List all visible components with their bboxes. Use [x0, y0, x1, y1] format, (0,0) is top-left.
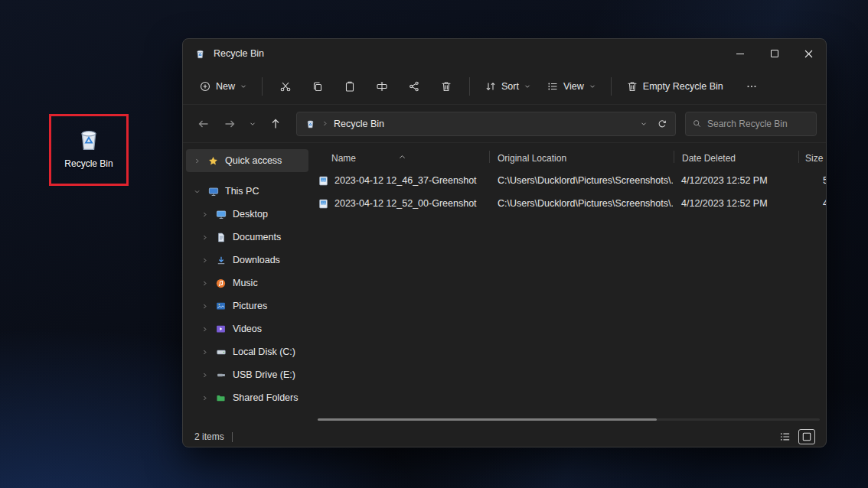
empty-recycle-bin-button[interactable]: Empty Recycle Bin — [619, 75, 730, 98]
sidebar-item-usb-drive-e[interactable]: USB Drive (E:) — [186, 363, 308, 386]
chevron-right-icon[interactable] — [200, 349, 209, 356]
sidebar-item-label: Desktop — [233, 209, 268, 220]
file-size: 4 — [797, 198, 826, 209]
chevron-down-icon[interactable] — [192, 188, 201, 195]
chevron-right-icon[interactable] — [200, 257, 209, 264]
chevron-down-icon — [589, 83, 596, 90]
sort-button[interactable]: Sort — [478, 75, 538, 98]
chevron-down-icon — [249, 120, 256, 128]
new-button[interactable]: New — [192, 75, 254, 98]
horizontal-scrollbar[interactable] — [318, 418, 820, 421]
column-header-date-deleted[interactable]: Date Deleted — [674, 153, 798, 164]
recent-locations-button[interactable] — [244, 112, 261, 135]
chevron-right-icon[interactable] — [200, 395, 209, 402]
cut-button[interactable] — [270, 75, 301, 98]
sidebar-item-videos[interactable]: Videos — [186, 317, 308, 340]
image-file-icon — [318, 198, 329, 210]
maximize-icon — [771, 50, 778, 57]
close-icon — [804, 50, 813, 58]
cut-icon — [279, 80, 292, 93]
desktop: Recycle Bin Recycle Bin — [0, 0, 868, 488]
sidebar-item-quick-access[interactable]: Quick access — [186, 149, 308, 172]
toolbar-divider — [469, 77, 470, 96]
column-header-name[interactable]: Name — [312, 153, 489, 164]
trash-icon — [440, 80, 452, 93]
command-bar: New — [183, 68, 826, 105]
plus-circle-icon — [199, 80, 211, 93]
share-button[interactable] — [399, 75, 429, 98]
shared-folder-icon — [214, 393, 227, 403]
image-file-icon — [318, 175, 329, 187]
chevron-right-icon[interactable] — [200, 280, 209, 287]
sidebar-item-label: USB Drive (E:) — [233, 369, 295, 380]
large-icons-view-button[interactable] — [799, 430, 814, 444]
title-bar[interactable]: Recycle Bin — [183, 39, 826, 68]
file-row[interactable]: 2023-04-12 12_52_00-Greenshot C:\Users\D… — [312, 192, 826, 215]
view-button-label: View — [563, 81, 584, 92]
file-original-location: C:\Users\Ducklord\Pictures\Screenshots\.… — [489, 175, 673, 186]
sidebar-item-downloads[interactable]: Downloads — [186, 249, 308, 272]
chevron-right-icon[interactable] — [200, 372, 209, 379]
back-button[interactable] — [192, 112, 215, 135]
horizontal-scrollbar-thumb[interactable] — [318, 418, 657, 421]
search-input[interactable] — [707, 119, 810, 129]
column-header-size[interactable]: Size — [799, 153, 826, 164]
videos-icon — [214, 324, 227, 334]
chevron-right-icon[interactable] — [200, 326, 209, 333]
address-dropdown-button[interactable] — [640, 120, 648, 128]
sidebar-item-desktop[interactable]: Desktop — [186, 203, 308, 226]
address-bar[interactable]: Recycle Bin — [296, 112, 676, 136]
sort-ascending-icon — [399, 155, 406, 159]
view-icon — [547, 80, 559, 93]
minimize-button[interactable] — [723, 39, 757, 68]
sidebar-item-music[interactable]: Music — [186, 272, 308, 294]
sidebar-item-shared-folders[interactable]: Shared Folders — [186, 386, 308, 409]
sidebar-item-this-pc[interactable]: This PC — [186, 180, 308, 203]
desktop-icon-label: Recycle Bin — [64, 158, 113, 169]
delete-button[interactable] — [431, 75, 462, 98]
up-button[interactable] — [264, 112, 287, 135]
rename-icon — [376, 80, 388, 93]
breadcrumb[interactable]: Recycle Bin — [334, 119, 384, 129]
sidebar-item-label: Pictures — [233, 301, 267, 311]
search-icon — [692, 119, 702, 129]
sidebar-item-label: Shared Folders — [233, 392, 298, 403]
close-button[interactable] — [791, 39, 826, 68]
status-divider — [232, 432, 233, 442]
maximize-button[interactable] — [757, 39, 791, 68]
sidebar-item-label: Downloads — [233, 255, 280, 265]
sidebar: Quick access This PC Desktop Documents — [183, 143, 312, 427]
column-header-label: Original Location — [498, 153, 566, 164]
chevron-down-icon — [524, 83, 531, 90]
refresh-button[interactable] — [657, 119, 667, 129]
sidebar-item-documents[interactable]: Documents — [186, 226, 308, 249]
chevron-right-icon[interactable] — [192, 158, 201, 164]
chevron-right-icon[interactable] — [200, 234, 209, 241]
desktop-recycle-bin-icon[interactable]: Recycle Bin — [49, 114, 129, 186]
view-button[interactable]: View — [540, 75, 603, 98]
music-icon — [214, 278, 227, 289]
search-box[interactable] — [685, 112, 817, 136]
more-options-button[interactable] — [736, 75, 767, 98]
sidebar-item-local-disk-c[interactable]: Local Disk (C:) — [186, 340, 308, 363]
window-title: Recycle Bin — [214, 48, 264, 59]
details-view-button[interactable] — [778, 430, 793, 444]
rename-button[interactable] — [367, 75, 397, 98]
sidebar-item-pictures[interactable]: Pictures — [186, 294, 308, 317]
sidebar-item-label: Quick access — [225, 155, 282, 166]
forward-button[interactable] — [218, 112, 241, 135]
copy-button[interactable] — [302, 75, 333, 98]
download-icon — [214, 255, 227, 266]
column-header-label: Date Deleted — [682, 153, 736, 164]
more-options-icon — [746, 80, 758, 93]
column-header-original-location[interactable]: Original Location — [490, 153, 674, 164]
chevron-right-icon[interactable] — [200, 211, 209, 218]
breadcrumb-chevron-icon — [321, 120, 328, 127]
back-arrow-icon — [197, 118, 210, 130]
paste-button[interactable] — [334, 75, 365, 98]
sidebar-item-label: Documents — [233, 232, 281, 242]
file-list-area: Name Original Location Date Deleted Size — [312, 143, 826, 427]
file-size: 5 — [797, 175, 826, 186]
chevron-right-icon[interactable] — [200, 303, 209, 310]
file-row[interactable]: 2023-04-12 12_46_37-Greenshot C:\Users\D… — [312, 169, 826, 192]
